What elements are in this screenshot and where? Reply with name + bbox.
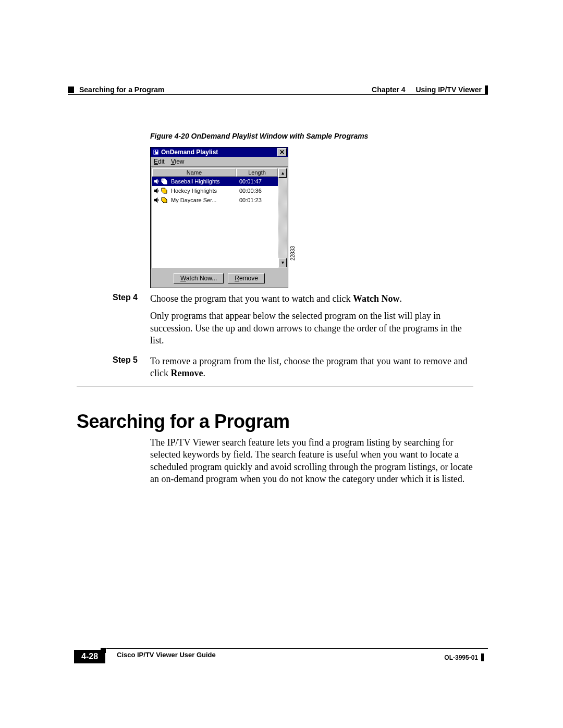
footer-right-marker-icon [481, 653, 484, 661]
section-body-paragraph: The IP/TV Viewer search feature lets you… [150, 437, 473, 486]
watch-now-button[interactable]: Watch Now... [174, 273, 224, 283]
playlist-row[interactable]: Hockey Highlights 00:00:36 [152, 186, 278, 195]
svg-marker-5 [162, 179, 167, 184]
remove-button[interactable]: Remove [228, 273, 265, 283]
column-header-length[interactable]: Length [236, 168, 278, 177]
playlist-row[interactable]: My Daycare Ser... 00:01:23 [152, 195, 278, 205]
playlist-listview[interactable]: Name Length Baseball Highlights 00:01:47 [152, 168, 278, 268]
window-titlebar[interactable]: OnDemand Playlist ✕ [151, 147, 288, 157]
header-left-square-icon [68, 87, 74, 93]
window-icon [153, 149, 159, 155]
footer-doc-id: OL-3995-01 [444, 654, 478, 661]
svg-point-6 [163, 180, 164, 181]
svg-marker-7 [154, 188, 157, 193]
figure-reference-number: 22833 [290, 246, 296, 261]
svg-rect-2 [156, 150, 157, 152]
header-chapter-label: Chapter 4 [372, 85, 406, 94]
column-header-name[interactable]: Name [152, 168, 236, 177]
playlist-row-length: 00:01:47 [239, 178, 278, 184]
close-button[interactable]: ✕ [277, 148, 287, 156]
tag-icon [161, 178, 167, 184]
playlist-row-name: Baseball Highlights [171, 178, 239, 184]
playlist-row-length: 00:01:23 [239, 197, 278, 203]
ondemand-playlist-window: OnDemand Playlist ✕ Edit View Name Lengt… [150, 147, 288, 288]
menu-view[interactable]: View [171, 158, 185, 165]
footer-guide-title: Cisco IP/TV Viewer User Guide [117, 651, 216, 659]
step-4-label: Step 4 [113, 293, 150, 352]
speaker-icon [154, 188, 160, 194]
header-chapter-title: Using IP/TV Viewer [415, 85, 482, 94]
footer-rule [106, 648, 488, 649]
step-5-label: Step 5 [113, 355, 150, 385]
playlist-row-name: Hockey Highlights [171, 188, 239, 194]
svg-point-12 [163, 199, 164, 200]
scroll-down-button[interactable]: ▾ [278, 258, 287, 267]
tag-icon [161, 188, 167, 194]
page-number-badge: 4-28 [74, 650, 105, 663]
svg-point-9 [163, 189, 164, 190]
triangle-down-icon: ▾ [282, 260, 284, 265]
header-section-breadcrumb: Searching for a Program [79, 85, 164, 94]
window-menubar: Edit View [151, 157, 288, 167]
speaker-icon [154, 178, 160, 184]
step-4-text-1: Choose the program that you want to watc… [150, 293, 473, 305]
menu-edit[interactable]: Edit [154, 158, 165, 165]
speaker-icon [154, 197, 160, 203]
window-title: OnDemand Playlist [161, 149, 218, 156]
triangle-up-icon: ▴ [282, 170, 284, 176]
svg-marker-11 [162, 198, 167, 203]
close-icon: ✕ [279, 149, 285, 155]
svg-marker-4 [154, 179, 157, 184]
steps-end-rule [77, 387, 473, 387]
step-4-text-2: Only programs that appear below the sele… [150, 310, 473, 347]
scroll-track[interactable] [278, 178, 287, 258]
header-rule [68, 94, 488, 95]
svg-marker-8 [162, 188, 167, 193]
tag-icon [161, 197, 167, 203]
step-5-text-1: To remove a program from the list, choos… [150, 355, 473, 380]
playlist-row-name: My Daycare Ser... [171, 197, 239, 203]
playlist-row[interactable]: Baseball Highlights 00:01:47 [152, 177, 278, 186]
figure-caption: Figure 4-20 OnDemand Playlist Window wit… [150, 132, 368, 140]
section-heading: Searching for a Program [77, 411, 290, 433]
scroll-up-button[interactable]: ▴ [278, 168, 287, 178]
svg-rect-1 [154, 150, 155, 152]
svg-rect-3 [154, 152, 155, 154]
playlist-row-length: 00:00:36 [239, 188, 278, 194]
svg-marker-10 [154, 198, 157, 203]
vertical-scrollbar[interactable]: ▴ ▾ [278, 168, 287, 268]
header-right-marker-icon [485, 85, 488, 94]
